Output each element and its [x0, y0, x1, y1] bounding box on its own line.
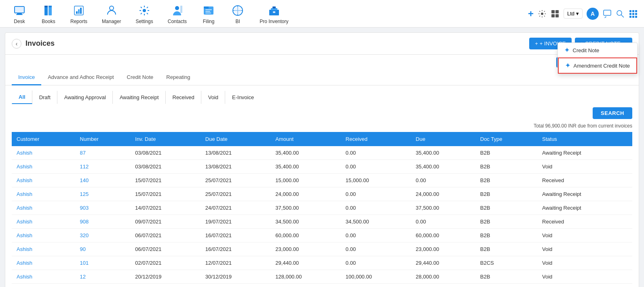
- cell-number[interactable]: 320: [75, 229, 131, 242]
- svg-rect-18: [205, 9, 212, 10]
- tab-repeating[interactable]: Repeating: [160, 70, 196, 85]
- tabs: Invoice Advance and Adhoc Receipt Credit…: [5, 70, 639, 85]
- cell-number[interactable]: 101: [75, 256, 131, 270]
- cell-doc-type: B2CS: [475, 256, 537, 270]
- nav-item-bi[interactable]: BI: [225, 0, 251, 28]
- filter-e-invoice[interactable]: E-Invoice: [225, 91, 261, 104]
- svg-rect-24: [272, 6, 276, 9]
- chat-button[interactable]: [603, 9, 612, 18]
- search-button[interactable]: [616, 9, 625, 18]
- filter-awaiting-receipt[interactable]: Awaiting Receipt: [113, 91, 166, 104]
- tab-invoice[interactable]: Invoice: [12, 70, 41, 85]
- svg-rect-9: [76, 11, 78, 14]
- table-row[interactable]: Ashish 12 20/12/2019 30/12/2019 128,000.…: [12, 270, 632, 284]
- cell-inv-date: 09/07/2021: [130, 215, 201, 229]
- cell-due: 35,400.00: [411, 160, 475, 174]
- cell-customer[interactable]: Ashish: [12, 242, 75, 256]
- cell-number[interactable]: 908: [75, 215, 131, 229]
- table-row[interactable]: Ashish 125 15/07/2021 25/07/2021 24,000.…: [12, 187, 632, 201]
- filter-e-invoice-label: E-Invoice: [232, 94, 254, 100]
- cell-customer[interactable]: Ashish: [12, 215, 75, 229]
- cell-inv-date: 15/07/2021: [130, 187, 201, 201]
- user-avatar[interactable]: A: [587, 8, 599, 20]
- cell-number[interactable]: 90: [75, 242, 131, 256]
- cell-doc-type: B2B: [475, 229, 537, 242]
- cell-number[interactable]: 12: [75, 270, 131, 284]
- nav-item-settings[interactable]: Settings: [130, 0, 158, 28]
- cell-received: 0.00: [341, 160, 411, 174]
- cell-status: Received: [537, 174, 632, 187]
- page-title: Invoices: [25, 39, 55, 48]
- settings-gear-button[interactable]: [538, 9, 547, 18]
- nav-item-contacts[interactable]: Contacts: [162, 0, 192, 28]
- import-export-row: ⬇ IMPORT ⬆ EXPORT: [5, 55, 639, 70]
- svg-rect-3: [15, 7, 24, 13]
- cell-customer[interactable]: Ashish: [12, 270, 75, 284]
- cell-customer[interactable]: Ashish: [12, 160, 75, 174]
- dropdown-amendment-credit-note[interactable]: ✦ Amendment Credit Note: [558, 57, 637, 74]
- col-number: Number: [75, 132, 131, 146]
- plus-icon-2: ✦: [565, 62, 570, 69]
- nav-item-desk[interactable]: Desk: [6, 0, 32, 28]
- tab-advance[interactable]: Advance and Adhoc Receipt: [41, 70, 120, 85]
- invoice-btn-icon: +: [535, 40, 538, 47]
- back-button[interactable]: ‹: [12, 39, 21, 49]
- cell-received: 100,000.00: [341, 270, 411, 284]
- svg-rect-27: [551, 10, 555, 13]
- table-row[interactable]: Ashish 90 06/07/2021 16/07/2021 23,000.0…: [12, 242, 632, 256]
- filter-awaiting-approval[interactable]: Awaiting Approval: [57, 91, 113, 104]
- cell-due-date: 30/12/2019: [201, 270, 271, 284]
- table-row[interactable]: Ashish 101 02/07/2021 12/07/2021 29,440.…: [12, 256, 632, 270]
- cell-due-date: 25/07/2021: [201, 187, 271, 201]
- filter-void[interactable]: Void: [201, 91, 225, 104]
- svg-rect-25: [273, 11, 275, 13]
- cell-inv-date: 06/07/2021: [130, 242, 201, 256]
- cell-number[interactable]: 112: [75, 160, 131, 174]
- search-button-main[interactable]: SEARCH: [593, 107, 632, 119]
- filter-all[interactable]: All: [12, 90, 32, 104]
- cell-due-date: 13/08/2021: [201, 146, 271, 160]
- cell-customer[interactable]: Ashish: [12, 146, 75, 160]
- cell-received: 0.00: [341, 201, 411, 215]
- cell-number[interactable]: 125: [75, 187, 131, 201]
- table-row[interactable]: Ashish 112 03/08/2021 13/08/2021 35,400.…: [12, 160, 632, 174]
- apps-button[interactable]: [629, 9, 638, 18]
- svg-point-13: [143, 9, 146, 12]
- grid-view-button[interactable]: [551, 9, 560, 18]
- cell-number[interactable]: 140: [75, 174, 131, 187]
- pro-inventory-label: Pro Inventory: [260, 19, 288, 24]
- cell-number[interactable]: 903: [75, 201, 131, 215]
- cell-customer[interactable]: Ashish: [12, 187, 75, 201]
- nav-item-pro-inventory[interactable]: Pro Inventory: [254, 0, 294, 28]
- svg-rect-7: [49, 6, 52, 7]
- table-row[interactable]: Ashish 140 15/07/2021 25/07/2021 15,000.…: [12, 174, 632, 187]
- cell-status: Awaiting Receipt: [537, 146, 632, 160]
- cell-status: Void: [537, 229, 632, 242]
- main-content: ‹ Invoices + + INVOICE + CREDIT NOTE ▾ ✦…: [5, 32, 639, 287]
- cell-status: Void: [537, 242, 632, 256]
- cell-number[interactable]: 87: [75, 146, 131, 160]
- nav-item-books[interactable]: Books: [36, 0, 61, 28]
- nav-item-manager[interactable]: Manager: [96, 0, 127, 28]
- cell-customer[interactable]: Ashish: [12, 201, 75, 215]
- nav-item-reports[interactable]: Reports: [65, 0, 93, 28]
- nav-item-filing[interactable]: Filing: [196, 0, 222, 28]
- tab-credit-note[interactable]: Credit Note: [120, 70, 160, 85]
- cell-customer[interactable]: Ashish: [12, 174, 75, 187]
- cell-status: Awaiting Receipt: [537, 201, 632, 215]
- table-row[interactable]: Ashish 908 09/07/2021 19/07/2021 34,500.…: [12, 215, 632, 229]
- filter-received[interactable]: Received: [166, 91, 201, 104]
- table-row[interactable]: Ashish 87 03/08/2021 13/08/2021 35,400.0…: [12, 146, 632, 160]
- table-row[interactable]: Ashish 903 14/07/2021 24/07/2021 37,500.…: [12, 201, 632, 215]
- add-button[interactable]: +: [528, 8, 534, 19]
- company-selector[interactable]: Ltd ▾: [564, 9, 583, 19]
- table-row[interactable]: Ashish 320 06/07/2021 16/07/2021 60,000.…: [12, 229, 632, 242]
- cell-customer[interactable]: Ashish: [12, 256, 75, 270]
- svg-rect-1: [17, 13, 22, 14]
- svg-rect-15: [180, 6, 182, 13]
- filter-draft[interactable]: Draft: [32, 91, 57, 104]
- filter-all-label: All: [19, 94, 25, 100]
- nav-items: Desk Books Repor: [6, 0, 294, 28]
- cell-customer[interactable]: Ashish: [12, 229, 75, 242]
- dropdown-credit-note[interactable]: ✦ Credit Note: [558, 43, 637, 57]
